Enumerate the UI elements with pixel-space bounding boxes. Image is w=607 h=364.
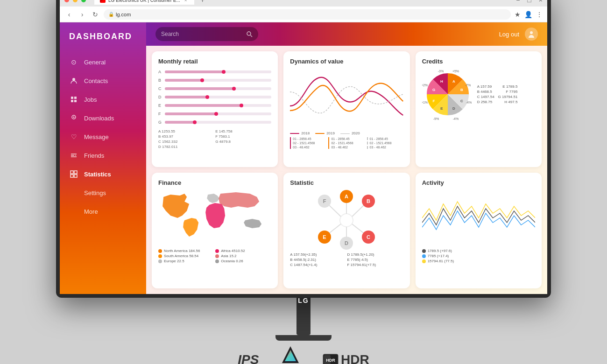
monitor-base	[275, 335, 332, 341]
svg-text:-7%: -7%	[465, 84, 470, 87]
sidebar-item-jobs[interactable]: Jobs	[60, 90, 146, 109]
sidebar-item-settings[interactable]: Settings	[60, 183, 146, 202]
sidebar-item-downloads[interactable]: Downloads	[60, 109, 146, 127]
monthly-retail-card: Monthly retail A B	[152, 51, 278, 167]
svg-line-49	[328, 204, 341, 217]
activity-chart	[422, 190, 535, 246]
svg-text:+2%: +2%	[422, 84, 428, 87]
close-dot[interactable]	[64, 0, 69, 2]
tab-close-button[interactable]: ×	[183, 0, 189, 3]
dynamics-title: Dynamics of value	[290, 58, 403, 65]
maximize-dot[interactable]	[81, 0, 86, 2]
lock-icon: 🔒	[108, 12, 114, 17]
srgb-icon	[281, 345, 300, 364]
jobs-icon	[69, 95, 78, 104]
monitor: LG Electronics UK | Consumer E... × + − …	[56, 0, 551, 298]
dynamics-legend: 2018 2019 2020	[290, 131, 403, 135]
credits-card: Credits	[416, 51, 542, 167]
sidebar-item-statistics[interactable]: Statistics	[60, 165, 146, 183]
dynamics-card: Dynamics of value	[283, 51, 409, 167]
minimize-button[interactable]: −	[516, 0, 520, 4]
menu-icon[interactable]: ⋮	[536, 11, 543, 18]
restore-button[interactable]: □	[527, 0, 531, 4]
svg-text:B: B	[367, 198, 371, 204]
activity-card: Activity	[416, 173, 542, 288]
sidebar-label-message: Message	[84, 133, 109, 140]
svg-point-16	[530, 31, 533, 34]
message-icon: ♡	[69, 132, 78, 141]
mr-row-b: B	[158, 77, 271, 84]
credits-title: Credits	[422, 58, 535, 65]
sidebar-item-friends[interactable]: Friends	[60, 146, 146, 165]
address-box[interactable]: 🔒 lg.com	[104, 9, 511, 20]
svg-text:+1%: +1%	[422, 101, 428, 104]
downloads-icon	[69, 113, 78, 123]
sidebar-label-statistics: Statistics	[84, 171, 111, 178]
hdr-text: HDR	[341, 352, 369, 364]
svg-text:G: G	[432, 88, 435, 92]
sidebar-item-contacts[interactable]: Contacts	[60, 71, 146, 90]
credits-container: A B C D E F G H +5%	[422, 69, 535, 120]
tab-title: LG Electronics UK | Consumer E...	[108, 0, 180, 3]
sidebar-item-more[interactable]: More	[60, 202, 146, 221]
finance-map	[158, 190, 271, 246]
finance-title: Finance	[158, 179, 271, 186]
back-button[interactable]: ‹	[64, 10, 74, 19]
svg-rect-10	[71, 171, 73, 174]
svg-rect-2	[74, 97, 77, 99]
svg-line-40	[352, 224, 365, 234]
svg-point-0	[72, 78, 75, 81]
svg-text:C: C	[460, 99, 463, 103]
browser-titlebar: LG Electronics UK | Consumer E... × + − …	[60, 0, 547, 7]
cards-grid: Monthly retail A B	[146, 46, 547, 294]
close-button[interactable]: ×	[539, 0, 543, 4]
svg-text:E: E	[440, 106, 443, 111]
friends-icon	[69, 151, 78, 160]
sidebar-label-settings: Settings	[84, 189, 106, 196]
svg-rect-3	[71, 100, 73, 102]
logout-button[interactable]: Log out	[499, 31, 519, 38]
search-box[interactable]: Search	[155, 27, 258, 41]
search-icon	[246, 31, 253, 37]
mr-row-f: F	[158, 111, 271, 117]
svg-text:A: A	[345, 194, 349, 199]
contacts-icon	[69, 76, 78, 85]
svg-text:D: D	[452, 106, 455, 111]
forward-button[interactable]: ›	[78, 10, 87, 19]
svg-rect-1	[71, 97, 73, 99]
minimize-dot[interactable]	[73, 0, 78, 2]
browser-actions: ★ 👤 ⋮	[515, 11, 543, 18]
sidebar-item-general[interactable]: ⊙ General	[60, 53, 146, 71]
svg-text:+5%: +5%	[452, 70, 459, 73]
settings-icon	[69, 188, 78, 197]
svg-rect-12	[71, 175, 73, 177]
sidebar-item-message[interactable]: ♡ Message	[60, 127, 146, 146]
svg-point-6	[73, 117, 75, 118]
hdr-icon: HDR	[322, 351, 339, 364]
general-icon: ⊙	[69, 57, 78, 67]
credits-chart: A B C D E F G H +5%	[422, 69, 473, 120]
sidebar: DASHBOARD ⊙ General Contacts	[60, 22, 146, 294]
svg-text:A: A	[452, 79, 455, 84]
activity-title: Activity	[422, 179, 535, 186]
user-avatar[interactable]	[525, 28, 538, 41]
bookmark-icon[interactable]: ★	[515, 11, 521, 18]
add-tab-button[interactable]: +	[198, 0, 207, 5]
sidebar-label-friends: Friends	[84, 152, 104, 159]
main-header: Search Log out	[146, 22, 547, 46]
browser-tab[interactable]: LG Electronics UK | Consumer E... ×	[94, 0, 194, 5]
statistics-icon	[69, 169, 78, 179]
credits-data: A 157.59E 1789.5 B 4468.5F 7795 C 1497.5…	[477, 69, 518, 120]
main-content: Search Log out	[146, 22, 547, 294]
svg-text:C: C	[367, 234, 371, 240]
mr-row-e: E	[158, 102, 271, 109]
svg-text:B: B	[460, 88, 463, 92]
search-placeholder: Search	[161, 31, 179, 37]
finance-legend: North America 184.56 Africa 4510.52 Sout…	[158, 249, 271, 263]
svg-text:F: F	[432, 99, 435, 103]
svg-rect-13	[74, 175, 77, 177]
sidebar-label-jobs: Jobs	[84, 96, 97, 103]
reload-button[interactable]: ↻	[91, 10, 100, 19]
srgb-logo: sRGB 99% Typical	[277, 345, 304, 364]
profile-icon[interactable]: 👤	[524, 11, 532, 18]
